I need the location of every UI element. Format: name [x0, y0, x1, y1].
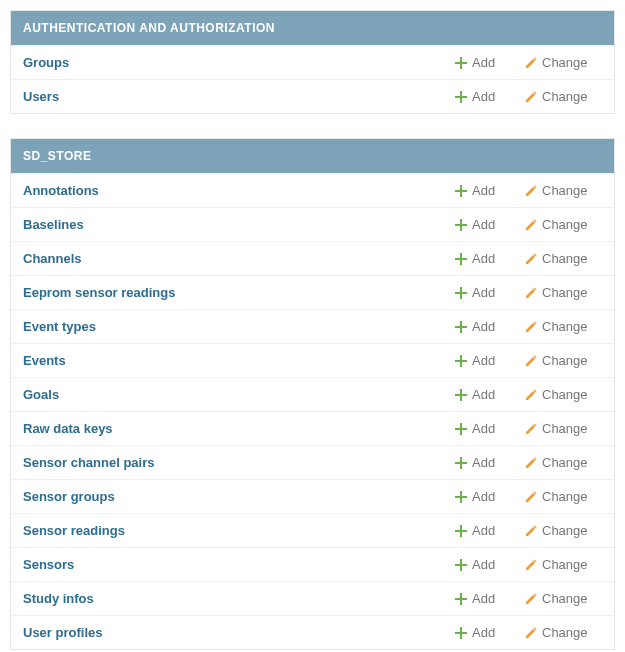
model-row: Event typesAddChange	[11, 309, 614, 343]
pencil-icon	[524, 524, 538, 538]
plus-icon	[454, 592, 468, 606]
model-link[interactable]: Annotations	[23, 183, 446, 198]
svg-rect-9	[455, 258, 467, 260]
plus-icon	[454, 456, 468, 470]
change-label: Change	[542, 285, 588, 300]
svg-rect-17	[455, 394, 467, 396]
model-link[interactable]: Study infos	[23, 591, 446, 606]
change-label: Change	[542, 55, 588, 70]
change-label: Change	[542, 625, 588, 640]
add-link[interactable]: Add	[454, 455, 516, 470]
model-link[interactable]: Sensor readings	[23, 523, 446, 538]
change-label: Change	[542, 183, 588, 198]
model-link[interactable]: User profiles	[23, 625, 446, 640]
add-link[interactable]: Add	[454, 421, 516, 436]
model-row: Raw data keysAddChange	[11, 411, 614, 445]
add-link[interactable]: Add	[454, 591, 516, 606]
add-label: Add	[472, 89, 495, 104]
change-link[interactable]: Change	[524, 55, 602, 70]
plus-icon	[454, 286, 468, 300]
svg-rect-27	[455, 564, 467, 566]
add-link[interactable]: Add	[454, 387, 516, 402]
change-label: Change	[542, 217, 588, 232]
model-row: Eeprom sensor readingsAddChange	[11, 275, 614, 309]
model-link[interactable]: Sensor channel pairs	[23, 455, 446, 470]
add-link[interactable]: Add	[454, 251, 516, 266]
add-label: Add	[472, 319, 495, 334]
svg-rect-11	[455, 292, 467, 294]
add-label: Add	[472, 421, 495, 436]
add-link[interactable]: Add	[454, 625, 516, 640]
change-link[interactable]: Change	[524, 353, 602, 368]
pencil-icon	[524, 184, 538, 198]
add-label: Add	[472, 455, 495, 470]
change-link[interactable]: Change	[524, 591, 602, 606]
model-row: UsersAddChange	[11, 79, 614, 113]
plus-icon	[454, 184, 468, 198]
model-link[interactable]: Groups	[23, 55, 446, 70]
model-row: User profilesAddChange	[11, 615, 614, 649]
pencil-icon	[524, 456, 538, 470]
add-link[interactable]: Add	[454, 353, 516, 368]
model-link[interactable]: Raw data keys	[23, 421, 446, 436]
add-link[interactable]: Add	[454, 183, 516, 198]
model-row: Study infosAddChange	[11, 581, 614, 615]
add-link[interactable]: Add	[454, 319, 516, 334]
change-link[interactable]: Change	[524, 183, 602, 198]
add-link[interactable]: Add	[454, 217, 516, 232]
add-link[interactable]: Add	[454, 89, 516, 104]
plus-icon	[454, 354, 468, 368]
model-row: Sensor readingsAddChange	[11, 513, 614, 547]
add-label: Add	[472, 285, 495, 300]
plus-icon	[454, 320, 468, 334]
plus-icon	[454, 558, 468, 572]
change-label: Change	[542, 251, 588, 266]
change-link[interactable]: Change	[524, 455, 602, 470]
plus-icon	[454, 218, 468, 232]
svg-rect-25	[455, 530, 467, 532]
pencil-icon	[524, 592, 538, 606]
model-link[interactable]: Sensor groups	[23, 489, 446, 504]
add-label: Add	[472, 55, 495, 70]
pencil-icon	[524, 320, 538, 334]
change-link[interactable]: Change	[524, 285, 602, 300]
model-row: BaselinesAddChange	[11, 207, 614, 241]
svg-rect-7	[455, 224, 467, 226]
change-link[interactable]: Change	[524, 625, 602, 640]
add-link[interactable]: Add	[454, 523, 516, 538]
change-link[interactable]: Change	[524, 421, 602, 436]
model-link[interactable]: Goals	[23, 387, 446, 402]
add-label: Add	[472, 251, 495, 266]
model-link[interactable]: Users	[23, 89, 446, 104]
model-link[interactable]: Eeprom sensor readings	[23, 285, 446, 300]
pencil-icon	[524, 286, 538, 300]
change-link[interactable]: Change	[524, 319, 602, 334]
plus-icon	[454, 90, 468, 104]
change-link[interactable]: Change	[524, 489, 602, 504]
pencil-icon	[524, 252, 538, 266]
plus-icon	[454, 252, 468, 266]
model-row: SensorsAddChange	[11, 547, 614, 581]
add-link[interactable]: Add	[454, 489, 516, 504]
model-link[interactable]: Channels	[23, 251, 446, 266]
model-row: GoalsAddChange	[11, 377, 614, 411]
change-label: Change	[542, 421, 588, 436]
model-link[interactable]: Baselines	[23, 217, 446, 232]
change-link[interactable]: Change	[524, 557, 602, 572]
change-link[interactable]: Change	[524, 251, 602, 266]
change-link[interactable]: Change	[524, 217, 602, 232]
pencil-icon	[524, 90, 538, 104]
pencil-icon	[524, 626, 538, 640]
module-header: SD_STORE	[11, 139, 614, 173]
change-link[interactable]: Change	[524, 89, 602, 104]
change-link[interactable]: Change	[524, 387, 602, 402]
model-link[interactable]: Events	[23, 353, 446, 368]
model-link[interactable]: Event types	[23, 319, 446, 334]
add-link[interactable]: Add	[454, 55, 516, 70]
change-link[interactable]: Change	[524, 523, 602, 538]
svg-rect-1	[455, 62, 467, 64]
model-link[interactable]: Sensors	[23, 557, 446, 572]
svg-rect-13	[455, 326, 467, 328]
add-link[interactable]: Add	[454, 285, 516, 300]
add-link[interactable]: Add	[454, 557, 516, 572]
